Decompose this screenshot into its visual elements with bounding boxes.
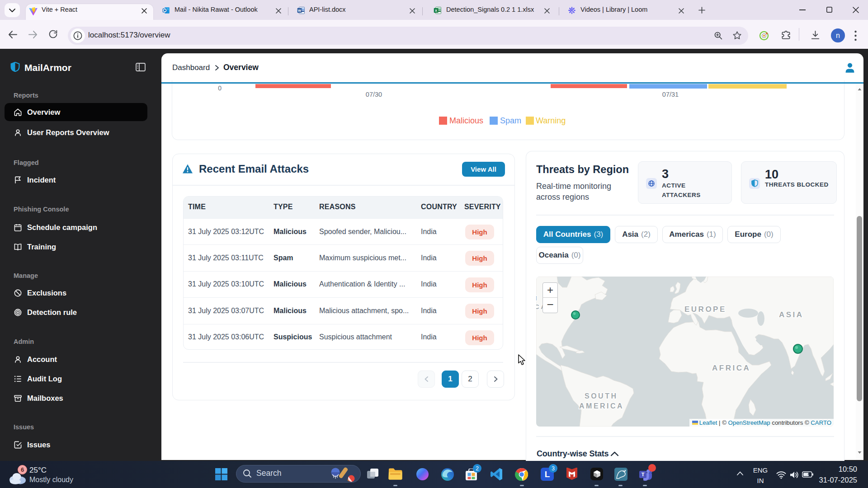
svg-text:X: X: [435, 9, 437, 13]
svg-text:EUROPE: EUROPE: [684, 305, 726, 314]
svg-text:AFRICA: AFRICA: [712, 364, 750, 372]
svg-text:W: W: [298, 9, 302, 13]
svg-text:SOUTH: SOUTH: [585, 392, 618, 400]
svg-text:AMERICA: AMERICA: [579, 402, 624, 410]
svg-text:ASIA: ASIA: [779, 310, 804, 319]
svg-text:T: T: [642, 472, 645, 477]
svg-text:NORTH: NORTH: [536, 295, 538, 302]
